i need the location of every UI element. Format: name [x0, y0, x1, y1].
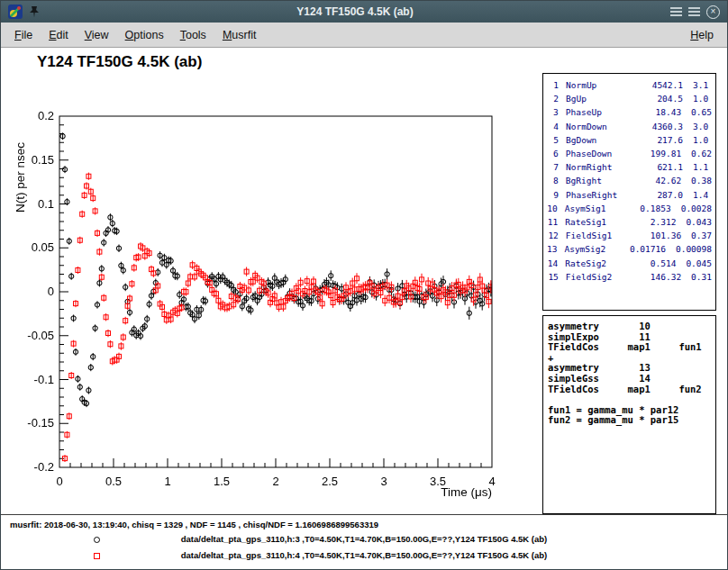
- parameter-row: 6PhaseDown199.810.62: [547, 147, 712, 160]
- parameter-error: 0.0028: [681, 202, 712, 215]
- plot-canvas[interactable]: [8, 80, 531, 503]
- menu-edit[interactable]: Edit: [41, 25, 77, 45]
- y-tick-label: 0: [8, 285, 54, 298]
- parameter-name: NormUp: [566, 78, 632, 92]
- window-title: Y124 TF150G 4.5K (ab): [46, 5, 664, 18]
- parameter-number: 9: [547, 188, 559, 202]
- parameter-error: 0.043: [686, 215, 712, 229]
- separator-line: [1, 514, 727, 515]
- plot-area: 0.20.150.10.050-0.05-0.1-0.15-0.200.511.…: [8, 80, 531, 503]
- window-menu-icon[interactable]: [688, 7, 700, 16]
- parameter-error: 0.045: [686, 257, 712, 270]
- parameter-error: 0.00098: [676, 242, 712, 256]
- parameter-number: 8: [547, 174, 559, 187]
- parameter-name: PhaseDown: [566, 147, 632, 160]
- parameter-name: PhaseUp: [566, 105, 632, 119]
- parameter-row: 2BgUp204.51.0: [547, 92, 712, 105]
- parameter-value: 217.6: [632, 133, 683, 147]
- legend-marker-square: [94, 553, 100, 559]
- parameter-number: 6: [547, 147, 559, 160]
- pin-icon[interactable]: [29, 5, 40, 18]
- parameter-row: 1NormUp4542.13.1: [547, 78, 712, 92]
- parameter-value: 199.81: [632, 147, 681, 160]
- parameter-number: 14: [547, 257, 558, 270]
- y-tick-label: 0.05: [8, 240, 54, 254]
- parameter-row: 9PhaseRight287.01.4: [547, 188, 712, 202]
- menu-file[interactable]: File: [6, 25, 41, 45]
- parameter-value: 0.514: [628, 257, 676, 270]
- parameter-value: 42.62: [632, 174, 681, 187]
- parameter-value: 18.43: [632, 105, 681, 119]
- fit-parameters-box: 1NormUp4542.13.12BgUp204.51.03PhaseUp18.…: [542, 73, 716, 311]
- parameter-name: RateSig2: [565, 257, 628, 270]
- parameter-error: 1.0: [693, 92, 712, 105]
- menu-options[interactable]: Options: [117, 25, 172, 45]
- legend-marker-circle: [94, 537, 100, 543]
- parameter-value: 146.32: [632, 270, 681, 284]
- titlebar[interactable]: Y124 TF150G 4.5K (ab) ×: [1, 1, 727, 23]
- parameter-name: AsymSig2: [564, 242, 622, 256]
- parameter-number: 11: [547, 215, 558, 229]
- app-icon: [8, 5, 23, 19]
- parameter-number: 3: [547, 105, 559, 119]
- y-tick-label: -0.2: [8, 460, 54, 474]
- legend-label: data/deltat_pta_gps_3110,h:3 ,T0=4.50K,T…: [1, 534, 727, 544]
- parameter-name: FieldSig2: [566, 270, 632, 284]
- parameter-name: PhaseRight: [566, 188, 632, 202]
- parameter-error: 1.4: [693, 188, 712, 202]
- x-tick-label: 0.5: [91, 475, 136, 488]
- parameter-name: BgUp: [566, 92, 632, 105]
- parameter-value: 0.1853: [625, 202, 671, 215]
- theory-line: TFieldCos map1 fun2: [548, 385, 711, 395]
- parameter-number: 15: [547, 270, 559, 284]
- parameter-error: 3.1: [693, 78, 712, 92]
- parameter-row: 13AsymSig20.017160.00098: [547, 242, 712, 256]
- menu-musrfit[interactable]: Musrfit: [214, 25, 265, 45]
- menu-view[interactable]: View: [77, 25, 117, 45]
- parameter-error: 1.0: [693, 133, 712, 147]
- parameter-value: 101.36: [632, 229, 681, 242]
- parameter-row: 12FieldSig1101.360.37: [547, 229, 712, 242]
- y-tick-label: -0.05: [8, 329, 54, 342]
- y-tick-label: -0.15: [8, 416, 54, 430]
- parameter-number: 2: [547, 92, 559, 105]
- parameter-number: 13: [547, 242, 557, 256]
- parameter-name: NormRight: [566, 160, 632, 174]
- parameter-error: 1.1: [693, 160, 712, 174]
- parameter-error: 0.38: [691, 174, 712, 187]
- x-tick-label: 2: [253, 475, 298, 488]
- parameter-row: 5BgDown217.61.0: [547, 133, 712, 147]
- parameter-number: 1: [547, 78, 559, 92]
- plot-title: Y124 TF150G 4.5K (ab): [37, 53, 202, 71]
- parameter-value: 2.312: [628, 215, 676, 229]
- parameter-value: 204.5: [632, 92, 683, 105]
- legend-label: data/deltat_pta_gps_3110,h:4 ,T0=4.50K,T…: [1, 550, 727, 560]
- legend-row: data/deltat_pta_gps_3110,h:4 ,T0=4.50K,T…: [1, 550, 727, 563]
- shade-icon[interactable]: [670, 7, 682, 16]
- parameter-value: 621.1: [632, 160, 683, 174]
- x-tick-label: 1: [145, 475, 190, 488]
- close-icon[interactable]: ×: [706, 5, 720, 19]
- theory-line: TFieldCos map1 fun1: [548, 342, 711, 353]
- parameter-number: 5: [547, 133, 559, 147]
- parameter-row: 7NormRight621.11.1: [547, 160, 712, 174]
- parameter-row: 11RateSig12.3120.043: [547, 215, 712, 229]
- canvas-area: Y124 TF150G 4.5K (ab) 0.20.150.10.050-0.…: [1, 48, 727, 569]
- app-window: Y124 TF150G 4.5K (ab) × FileEditViewOpti…: [0, 0, 728, 570]
- menu-tools[interactable]: Tools: [172, 25, 214, 45]
- theory-line: [548, 394, 711, 405]
- parameter-number: 7: [547, 160, 559, 174]
- parameter-name: NormDown: [566, 120, 632, 133]
- menu-help[interactable]: Help: [682, 25, 722, 45]
- x-axis-label: Time (μs): [312, 485, 492, 499]
- theory-line: asymmetry 10: [548, 321, 711, 332]
- x-tick-label: 1.5: [199, 475, 244, 488]
- theory-function-box: asymmetry 10simplExpo 11TFieldCos map1 f…: [542, 315, 716, 514]
- parameter-name: AsymSig1: [565, 202, 625, 215]
- legend-row: data/deltat_pta_gps_3110,h:3 ,T0=4.50K,T…: [1, 534, 727, 547]
- fit-info-line: musrfit: 2018-06-30, 13:19:40, chisq = 1…: [10, 520, 378, 529]
- menubar: FileEditViewOptionsToolsMusrfit Help: [1, 23, 727, 48]
- parameter-row: 8BgRight42.620.38: [547, 174, 712, 187]
- parameter-error: 0.62: [691, 147, 712, 160]
- parameter-error: 0.31: [691, 270, 712, 284]
